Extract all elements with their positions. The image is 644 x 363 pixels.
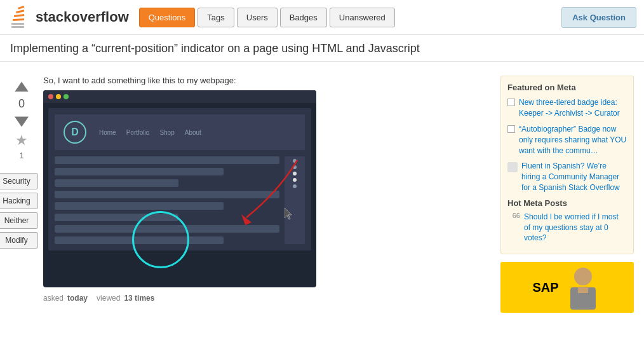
featured-title: Featured on Meta — [507, 83, 627, 92]
svg-point-7 — [574, 268, 592, 285]
mock-bar-2 — [55, 168, 224, 175]
svg-rect-9 — [578, 287, 588, 293]
featured-item-3: Fluent in Spanish? We’re hiring a Commun… — [507, 161, 627, 193]
svg-rect-1 — [11, 26, 24, 28]
sidebar: Featured on Meta New three-tiered badge … — [500, 76, 634, 313]
asked-label: asked — [43, 294, 64, 303]
favorite-count: 1 — [20, 151, 24, 160]
asked-value: today — [67, 294, 88, 303]
vote-down-button[interactable] — [12, 113, 31, 130]
checkbox-icon-1 — [507, 99, 515, 106]
featured-link-3[interactable]: Fluent in Spanish? We’re hiring a Commun… — [521, 161, 627, 193]
viewed-value: 13 times — [124, 294, 154, 303]
hot-meta-title: Hot Meta Posts — [507, 198, 627, 208]
mock-bar-6 — [55, 214, 178, 221]
svg-rect-5 — [18, 6, 24, 10]
nav-users[interactable]: Users — [237, 8, 278, 27]
hot-item-1: 66 Should I be worried if I most of my q… — [507, 212, 627, 243]
mock-webpage: D Home Portfolio Shop About — [48, 108, 311, 250]
meta-icon-3 — [507, 162, 518, 172]
logo-icon — [8, 5, 32, 29]
vote-up-button[interactable] — [12, 78, 31, 95]
svg-rect-0 — [11, 23, 24, 25]
hot-item-link[interactable]: Should I be worried if I most of my ques… — [524, 212, 627, 243]
vote-count: 0 — [18, 97, 25, 111]
mock-bar-7 — [55, 225, 279, 233]
sap-person-icon — [564, 265, 602, 310]
modify-button[interactable]: Modify — [0, 232, 38, 249]
nav-unanswered[interactable]: Unanswered — [330, 8, 395, 27]
nav-badges[interactable]: Badges — [280, 8, 327, 27]
svg-rect-3 — [14, 14, 24, 17]
featured-link-2[interactable]: “Autobiographer” Badge now only requires… — [519, 124, 627, 156]
ask-question-button[interactable]: Ask Question — [561, 7, 636, 28]
mock-main-content — [55, 156, 279, 244]
question-body-text: So, I want to add something like this to… — [43, 76, 490, 85]
security-button[interactable]: Security — [0, 173, 38, 189]
minimize-dot — [56, 94, 61, 99]
close-dot — [48, 94, 53, 99]
logo-text[interactable]: stackoverflow — [36, 9, 129, 25]
expand-dot — [64, 94, 69, 99]
question-content: So, I want to add something like this to… — [43, 76, 490, 313]
hacking-button[interactable]: Hacking — [0, 193, 38, 209]
main-nav: Questions Tags Users Badges Unanswered — [139, 8, 561, 27]
featured-on-meta-box: Featured on Meta New three-tiered badge … — [500, 76, 634, 254]
header: stackoverflow Questions Tags Users Badge… — [0, 0, 644, 35]
downvote-arrow-icon — [15, 116, 29, 127]
nav-questions[interactable]: Questions — [139, 8, 196, 27]
sap-banner[interactable]: SAP — [500, 262, 634, 313]
upvote-arrow-icon — [15, 81, 29, 92]
svg-rect-4 — [16, 10, 24, 13]
mock-avatar: D — [64, 121, 86, 144]
vote-column: 0 ★ 1 Security Hacking Neither Modify — [10, 76, 33, 313]
mock-bar-1 — [55, 156, 279, 164]
main-content: 0 ★ 1 Security Hacking Neither Modify So… — [0, 68, 644, 320]
featured-link-1[interactable]: New three-tiered badge idea: Keeper -> A… — [519, 97, 627, 119]
screenshot-image: D Home Portfolio Shop About — [43, 90, 316, 287]
featured-item-2: “Autobiographer” Badge now only requires… — [507, 124, 627, 156]
mock-bar-5 — [55, 202, 224, 210]
svg-rect-2 — [13, 18, 24, 21]
meta-info: asked today viewed 13 times — [43, 294, 490, 303]
sap-logo: SAP — [532, 280, 558, 295]
neither-button[interactable]: Neither — [0, 212, 38, 229]
page-title: Implementing a “current-position” indica… — [0, 35, 644, 62]
mock-bar-8 — [55, 236, 224, 244]
mock-sidebar-panel — [285, 156, 305, 244]
mock-bar-3 — [55, 179, 178, 187]
logo-area: stackoverflow — [8, 5, 129, 29]
favorite-star[interactable]: ★ — [15, 132, 28, 149]
hot-item-num: 66 — [507, 212, 520, 243]
mock-header: D Home Portfolio Shop About — [55, 114, 305, 150]
mock-content-area — [55, 156, 305, 244]
viewed-label: viewed — [97, 294, 120, 303]
mock-bar-4 — [55, 191, 279, 198]
nav-tags[interactable]: Tags — [198, 8, 234, 27]
checkbox-icon-2 — [507, 125, 515, 133]
mock-nav: Home Portfolio Shop About — [99, 129, 201, 136]
browser-chrome — [43, 90, 316, 103]
featured-item-1: New three-tiered badge idea: Keeper -> A… — [507, 97, 627, 119]
